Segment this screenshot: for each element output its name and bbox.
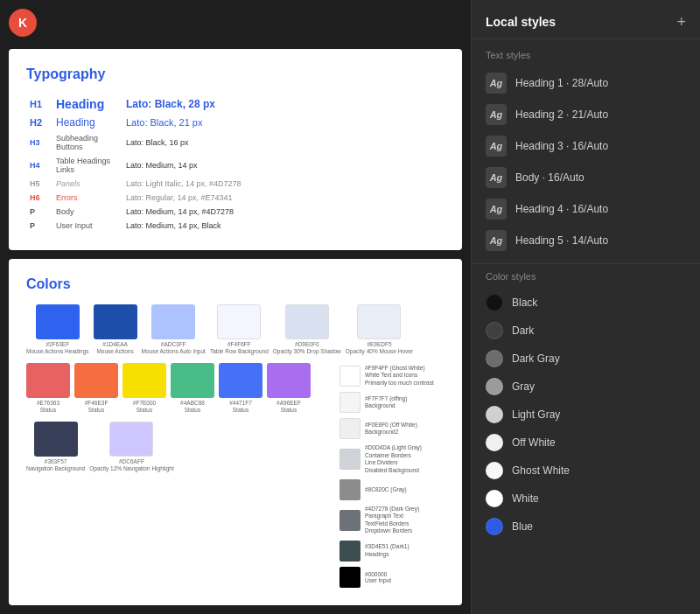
- text-style-heading1[interactable]: Ag Heading 1 · 28/Auto: [472, 67, 700, 99]
- color-circle-blue: [486, 518, 503, 535]
- typo-desc-h4: Lato: Medium, 14 px: [122, 154, 444, 177]
- typo-label-h1: H1: [26, 94, 52, 114]
- text-style-body-label: Body · 16/Auto: [515, 171, 584, 184]
- color-swatch-black: #000000User Input: [340, 565, 444, 590]
- color-style-offwhite[interactable]: Off White: [472, 429, 700, 457]
- styles-divider: [472, 263, 700, 264]
- swatch-purple-box: [267, 363, 311, 398]
- swatch-box-ghostwhite: [340, 366, 360, 387]
- status-swatches: #E76363Status #F46E3FStatus #F7E000Statu…: [26, 363, 331, 415]
- typo-name-h3: Subheading Buttons: [52, 131, 122, 154]
- color-style-ghostwhite[interactable]: Ghost White: [472, 457, 700, 485]
- swatch-orange: #F46E3FStatus: [74, 363, 118, 415]
- swatch-box-black: [340, 567, 360, 588]
- text-style-heading4[interactable]: Ag Heading 4 · 16/Auto: [472, 193, 700, 225]
- color-style-black[interactable]: Black: [472, 289, 700, 317]
- swatch-red-text: #E76363Status: [37, 400, 60, 415]
- swatch-lightblue: #ADC3FFMouse Actions Auto Input: [142, 304, 206, 356]
- color-style-blue[interactable]: Blue: [472, 513, 700, 541]
- ag-icon-heading5: Ag: [486, 230, 507, 251]
- color-style-lightgray-label: Light Gray: [512, 408, 560, 421]
- typo-name-p2: User Input: [52, 219, 122, 233]
- color-style-dark-label: Dark: [512, 324, 534, 337]
- ag-icon-heading4: Ag: [486, 199, 507, 220]
- swatch-navbg-box: [34, 422, 78, 457]
- typo-name-h6: Errors: [52, 191, 122, 205]
- swatch-label-offwhite: #F7F7F7 (offing)Background: [365, 395, 407, 410]
- ag-icon-heading2: Ag: [486, 104, 507, 125]
- color-style-white-label: White: [512, 492, 539, 505]
- swatch-yellow-box: [122, 363, 166, 398]
- swatch-orange-text: #F46E3FStatus: [85, 400, 108, 415]
- swatch-box-offwhite2: [340, 418, 360, 439]
- swatch-purple-text: #A96EEFStatus: [276, 400, 301, 415]
- typo-desc-p: Lato: Medium, 14 px, #4D7278: [122, 205, 444, 219]
- typography-table: H1 Heading Lato: Black, 28 px H2 Heading…: [26, 94, 444, 233]
- typo-name-h2: Heading: [52, 114, 122, 131]
- avatar[interactable]: K: [9, 9, 37, 37]
- color-circle-black: [486, 294, 503, 311]
- text-style-heading5-label: Heading 5 · 14/Auto: [515, 234, 608, 247]
- swatch-label-gray: #8C820C (Gray): [365, 486, 407, 492]
- typo-label-h2: H2: [26, 114, 52, 131]
- swatch-lightblue-text: #ADC3FFMouse Actions Auto Input: [142, 341, 206, 356]
- text-styles-label: Text styles: [472, 50, 700, 67]
- color-circle-lightgray: [486, 406, 503, 423]
- swatch-bluegray: #D9E0F0Opacity 30% Drop Shadow: [273, 304, 341, 356]
- swatch-navhigh-box: [109, 422, 153, 457]
- swatch-label-dark1: #3D4E51 (Dark1)Headings: [365, 543, 410, 558]
- typo-name-h4: Table Headings Links: [52, 154, 122, 177]
- ag-icon-heading1: Ag: [486, 73, 507, 94]
- right-content: Text styles Ag Heading 1 · 28/Auto Ag He…: [472, 39, 700, 614]
- typo-label-h6: H6: [26, 191, 52, 205]
- text-style-heading3[interactable]: Ag Heading 3 · 16/Auto: [472, 130, 700, 162]
- color-style-white[interactable]: White: [472, 485, 700, 513]
- color-swatch-darkgray: #4D7278 (Dark Grey)Paragraph TextTextFie…: [340, 504, 444, 537]
- typo-label-p: P: [26, 205, 52, 219]
- swatch-label-darkgray: #4D7278 (Dark Grey)Paragraph TextTextFie…: [365, 506, 419, 535]
- typo-label-h5: H5: [26, 177, 52, 191]
- text-style-heading5[interactable]: Ag Heading 5 · 14/Auto: [472, 225, 700, 256]
- swatch-red-box: [26, 363, 70, 398]
- color-style-lightgray[interactable]: Light Gray: [472, 401, 700, 429]
- swatch-paleblue-box: [217, 304, 261, 339]
- text-style-heading2[interactable]: Ag Heading 2 · 21/Auto: [472, 99, 700, 130]
- typo-desc-h6: Lato: Regular, 14 px, #E74341: [122, 191, 444, 205]
- swatch-navbg-text: #363F57Navigation Background: [26, 458, 85, 473]
- color-style-darkgray-label: Dark Gray: [512, 352, 560, 365]
- swatch-box-dark1: [340, 541, 360, 562]
- typo-desc-h3: Lato: Black, 16 px: [122, 131, 444, 154]
- swatch-navbg: #363F57Navigation Background: [26, 422, 85, 473]
- typo-label-h3: H3: [26, 131, 52, 154]
- right-panel: Local styles + Text styles Ag Heading 1 …: [471, 0, 700, 614]
- swatch-navhigh: #DC6AFFOpacity 12% Navigation Highlight: [89, 422, 173, 473]
- typography-title: Typography: [26, 66, 444, 82]
- typo-label-h4: H4: [26, 154, 52, 177]
- swatch-label-ghostwhite: #F9F4FF (Ghost White)White Text and Icon…: [365, 365, 434, 387]
- color-swatch-dark1: #3D4E51 (Dark1)Headings: [340, 539, 444, 563]
- color-swatch-offwhite2: #F0E8F0 (Off White)Background2: [340, 416, 444, 441]
- swatch-blue: #2F63EFMouse Actions Headings: [26, 304, 89, 356]
- text-style-heading2-label: Heading 2 · 21/Auto: [515, 108, 608, 121]
- colors-title: Colors: [26, 276, 444, 292]
- typo-name-h1: Heading: [52, 94, 122, 114]
- text-style-body[interactable]: Ag Body · 16/Auto: [472, 162, 700, 193]
- typo-desc-p2: Lato: Medium, 14 px, Black: [122, 219, 444, 233]
- swatch-darkblue-box: [94, 304, 137, 339]
- typo-desc-h5: Lato: Light Italic, 14 px, #4D7278: [122, 177, 444, 191]
- color-style-darkgray[interactable]: Dark Gray: [472, 345, 700, 373]
- typo-name-p: Body: [52, 205, 122, 219]
- color-swatch-offwhite: #F7F7F7 (offing)Background: [340, 390, 444, 415]
- color-circle-ghostwhite: [486, 462, 503, 479]
- swatch-bluegray-box: [285, 304, 329, 339]
- color-style-dark[interactable]: Dark: [472, 317, 700, 345]
- swatch-paleblue-text: #F4F6FFTable Row Background: [210, 341, 269, 356]
- left-panel: K Typography H1 Heading Lato: Black, 28 …: [0, 0, 471, 614]
- add-style-button[interactable]: +: [676, 14, 686, 30]
- color-style-gray[interactable]: Gray: [472, 373, 700, 401]
- swatch-lightblue-box: [151, 304, 195, 339]
- avatar-initial: K: [18, 16, 27, 30]
- swatch-label-lightgray: #D0D4DA (Light Gray)Container BordersLin…: [365, 444, 422, 474]
- swatch-darkblue-text: #1D4EAAMouse Actions: [96, 341, 133, 356]
- color-style-ghostwhite-label: Ghost White: [512, 464, 570, 477]
